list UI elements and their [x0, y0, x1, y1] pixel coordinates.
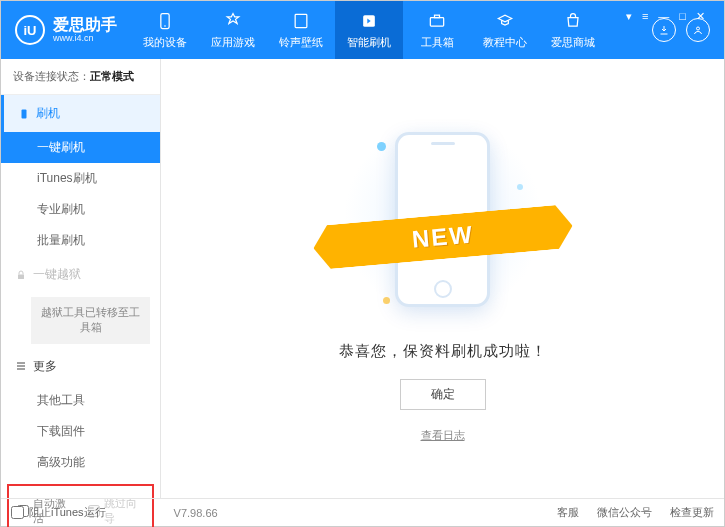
app-name: 爱思助手	[53, 16, 117, 34]
top-nav: 我的设备 应用游戏 铃声壁纸 智能刷机 工具箱 教程中心 爱思商城	[131, 1, 638, 59]
jailbreak-note: 越狱工具已转移至工具箱	[31, 297, 150, 344]
nav-flash[interactable]: 智能刷机	[335, 1, 403, 59]
svg-rect-8	[18, 274, 24, 279]
nav-tutorials[interactable]: 教程中心	[471, 1, 539, 59]
connection-status: 设备连接状态：正常模式	[1, 59, 160, 95]
section-jailbreak: 一键越狱	[1, 256, 160, 293]
view-log-link[interactable]: 查看日志	[421, 428, 465, 443]
footer-link-support[interactable]: 客服	[557, 505, 579, 520]
footer-link-wechat[interactable]: 微信公众号	[597, 505, 652, 520]
sidebar-item-download-firmware[interactable]: 下载固件	[1, 416, 160, 447]
footer: 阻止iTunes运行 V7.98.66 客服 微信公众号 检查更新	[1, 498, 724, 526]
sidebar-item-batch-flash[interactable]: 批量刷机	[1, 225, 160, 256]
sidebar-item-itunes-flash[interactable]: iTunes刷机	[1, 163, 160, 194]
app-logo: iU 爱思助手 www.i4.cn	[1, 15, 131, 45]
sidebar-item-oneclick-flash[interactable]: 一键刷机	[1, 132, 160, 163]
settings-icon[interactable]: ≡	[642, 10, 648, 22]
nav-store[interactable]: 爱思商城	[539, 1, 607, 59]
svg-rect-5	[435, 15, 440, 18]
footer-link-update[interactable]: 检查更新	[670, 505, 714, 520]
maximize-icon[interactable]: □	[679, 10, 686, 22]
main-content: NEW 恭喜您，保资料刷机成功啦！ 确定 查看日志	[161, 59, 724, 498]
nav-my-device[interactable]: 我的设备	[131, 1, 199, 59]
nav-toolbox[interactable]: 工具箱	[403, 1, 471, 59]
version-label: V7.98.66	[174, 507, 218, 519]
success-message: 恭喜您，保资料刷机成功啦！	[339, 342, 547, 361]
app-url: www.i4.cn	[53, 34, 117, 44]
menu-icon[interactable]: ▾	[626, 10, 632, 23]
checkbox-block-itunes[interactable]: 阻止iTunes运行	[11, 505, 106, 520]
titlebar: iU 爱思助手 www.i4.cn 我的设备 应用游戏 铃声壁纸 智能刷机 工具…	[1, 1, 724, 59]
logo-mark: iU	[15, 15, 45, 45]
sidebar-item-advanced[interactable]: 高级功能	[1, 447, 160, 478]
svg-rect-7	[22, 109, 27, 118]
sidebar: 设备连接状态：正常模式 刷机 一键刷机 iTunes刷机 专业刷机 批量刷机 一…	[1, 59, 161, 498]
svg-rect-2	[295, 14, 307, 27]
ok-button[interactable]: 确定	[400, 379, 486, 410]
svg-rect-4	[430, 17, 443, 25]
section-more[interactable]: 更多	[1, 348, 160, 385]
section-flash[interactable]: 刷机	[1, 95, 160, 132]
nav-ringtones[interactable]: 铃声壁纸	[267, 1, 335, 59]
close-icon[interactable]: ✕	[696, 10, 705, 23]
sidebar-item-other-tools[interactable]: 其他工具	[1, 385, 160, 416]
window-controls: ▾ ≡ — □ ✕	[616, 4, 715, 29]
success-illustration: NEW	[333, 114, 553, 324]
minimize-icon[interactable]: —	[658, 10, 669, 22]
nav-apps[interactable]: 应用游戏	[199, 1, 267, 59]
svg-point-1	[164, 25, 166, 27]
sidebar-item-pro-flash[interactable]: 专业刷机	[1, 194, 160, 225]
